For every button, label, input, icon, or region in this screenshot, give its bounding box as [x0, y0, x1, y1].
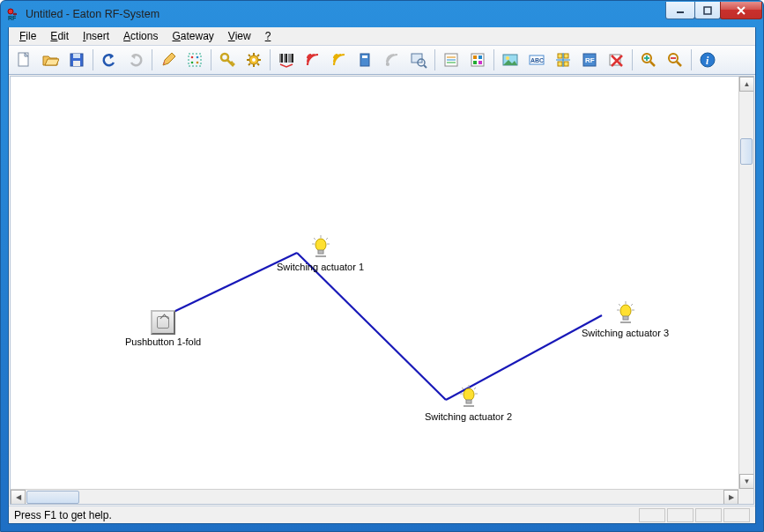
canvas-area: Pushbutton 1-fold Switching actuator 1 S…	[10, 76, 754, 505]
rf-yellow-icon[interactable]	[327, 48, 352, 72]
connection-lines	[152, 253, 602, 400]
svg-rect-93	[623, 316, 628, 320]
svg-rect-51	[564, 54, 568, 58]
diagram-canvas[interactable]	[11, 77, 753, 504]
horizontal-scroll-thumb[interactable]	[26, 491, 79, 504]
delete-icon[interactable]	[604, 48, 628, 72]
search-device-icon[interactable]	[406, 48, 431, 72]
rf-red-icon[interactable]	[300, 48, 325, 72]
status-cell	[667, 508, 694, 522]
horizontal-scrollbar[interactable]: ◀ ▶	[11, 489, 738, 504]
list-icon[interactable]	[439, 48, 464, 72]
menu-view[interactable]: View	[221, 28, 258, 44]
scroll-corner	[738, 489, 753, 504]
bulb-icon	[615, 301, 636, 324]
svg-line-21	[257, 63, 259, 65]
svg-point-9	[191, 56, 194, 59]
edit-icon[interactable]	[156, 48, 181, 72]
scroll-down-button[interactable]: ▼	[739, 474, 754, 489]
svg-line-20	[248, 55, 250, 56]
svg-text:RF: RF	[8, 15, 17, 21]
open-icon[interactable]	[38, 48, 63, 72]
window-controls	[666, 2, 762, 19]
svg-point-33	[386, 63, 389, 66]
svg-text:ABC: ABC	[530, 57, 544, 63]
save-icon[interactable]	[64, 48, 89, 72]
status-text: Press F1 to get help.	[14, 509, 637, 521]
svg-line-64	[677, 62, 681, 66]
svg-point-11	[191, 62, 194, 64]
statusbar: Press F1 to get help.	[9, 506, 755, 523]
alignment-icon[interactable]	[551, 48, 575, 72]
grid-icon[interactable]	[465, 48, 490, 72]
svg-rect-52	[558, 62, 562, 66]
svg-rect-42	[473, 55, 477, 59]
rf-config-icon[interactable]: RF	[577, 48, 602, 72]
svg-point-92	[620, 305, 631, 317]
status-cell	[695, 508, 722, 522]
vertical-scroll-thumb[interactable]	[740, 138, 753, 165]
titlebar[interactable]: RF Untitled - Eaton RF-System	[1, 1, 763, 27]
menu-file[interactable]: File	[12, 28, 43, 44]
menubar: File Edit Insert Actions Gateway View ?	[9, 27, 755, 45]
svg-line-22	[248, 63, 250, 65]
key-icon[interactable]	[215, 48, 240, 72]
client-area: File Edit Insert Actions Gateway View ?	[8, 27, 756, 524]
minimize-button[interactable]	[665, 2, 695, 19]
select-icon[interactable]	[182, 48, 207, 72]
node-label: Switching actuator 2	[425, 411, 512, 422]
image-icon[interactable]	[498, 48, 523, 72]
svg-line-23	[257, 55, 259, 56]
node-label: Pushbutton 1-fold	[125, 336, 201, 347]
svg-line-72	[314, 238, 315, 240]
menu-actions[interactable]: Actions	[116, 28, 165, 44]
menu-gateway[interactable]: Gateway	[165, 28, 220, 44]
svg-point-47	[506, 56, 509, 60]
vertical-scrollbar[interactable]: ▲ ▼	[738, 77, 753, 489]
scroll-up-button[interactable]: ▲	[739, 77, 754, 92]
svg-line-73	[326, 238, 328, 240]
svg-point-13	[221, 54, 228, 61]
svg-line-89	[631, 304, 633, 306]
application-window: RF Untitled - Eaton RF-System File Edit …	[0, 0, 764, 532]
svg-rect-8	[189, 54, 201, 66]
rss-icon[interactable]	[380, 48, 404, 72]
menu-help[interactable]: ?	[258, 28, 278, 44]
zoom-in-icon[interactable]	[636, 48, 661, 72]
svg-point-10	[197, 56, 199, 59]
svg-point-76	[315, 239, 326, 251]
zoom-out-icon[interactable]	[663, 48, 687, 72]
svg-rect-2	[677, 11, 684, 13]
svg-line-80	[462, 388, 464, 389]
svg-point-15	[252, 58, 256, 62]
svg-rect-45	[478, 61, 482, 64]
book-icon[interactable]	[353, 48, 378, 72]
node-actuator-2[interactable]: Switching actuator 2	[425, 385, 512, 422]
svg-text:RF: RF	[585, 56, 595, 64]
menu-insert[interactable]: Insert	[76, 28, 116, 44]
barcode-icon[interactable]	[274, 48, 299, 72]
svg-point-12	[197, 62, 199, 64]
status-cell	[639, 508, 665, 522]
node-actuator-3[interactable]: Switching actuator 3	[582, 301, 669, 338]
scroll-right-button[interactable]: ▶	[723, 490, 738, 505]
node-actuator-1[interactable]: Switching actuator 1	[277, 235, 364, 272]
new-file-icon[interactable]	[11, 48, 36, 72]
menu-edit[interactable]: Edit	[43, 28, 76, 44]
svg-rect-32	[362, 55, 367, 58]
svg-rect-7	[73, 61, 80, 66]
info-icon[interactable]: i	[695, 48, 720, 72]
gear-icon[interactable]	[241, 48, 266, 72]
abc-icon[interactable]: ABC	[524, 48, 549, 72]
redo-icon[interactable]	[123, 48, 148, 72]
node-pushbutton[interactable]: Pushbutton 1-fold	[125, 310, 201, 347]
svg-line-88	[619, 304, 620, 306]
svg-rect-6	[73, 54, 80, 58]
maximize-button[interactable]	[694, 2, 721, 19]
svg-rect-3	[704, 7, 711, 14]
undo-icon[interactable]	[97, 48, 122, 72]
scroll-left-button[interactable]: ◀	[11, 490, 26, 505]
app-icon: RF	[6, 7, 20, 21]
close-button[interactable]	[720, 2, 762, 19]
svg-point-84	[464, 388, 474, 401]
